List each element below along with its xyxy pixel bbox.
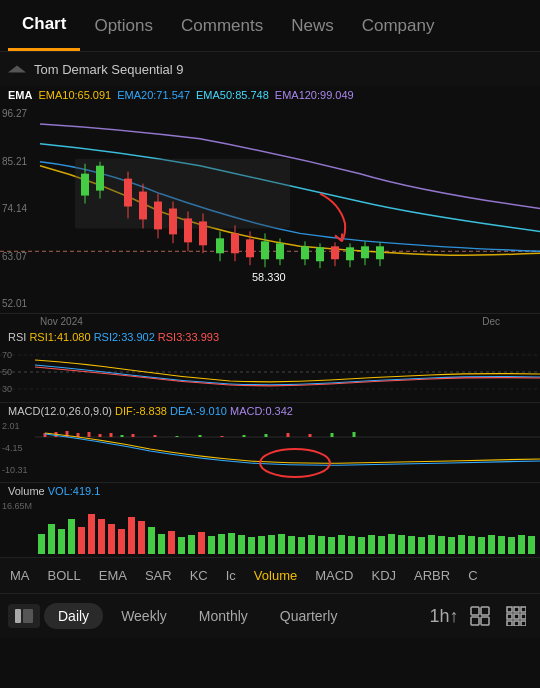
main-chart[interactable]: 96.27 85.21 74.14 63.07 52.01 — [0, 104, 540, 314]
bottom-bar: Daily Weekly Monthly Quarterly 1h↑ — [0, 594, 540, 638]
svg-rect-92 — [208, 536, 215, 554]
x-label-dec: Dec — [482, 316, 500, 327]
ind-ema[interactable]: EMA — [95, 566, 131, 585]
svg-rect-132 — [514, 607, 519, 612]
svg-rect-84 — [128, 517, 135, 554]
svg-rect-112 — [408, 536, 415, 554]
ind-macd[interactable]: MACD — [311, 566, 357, 585]
macd-title: MACD(12.0,26.0,9.0) — [8, 405, 112, 417]
svg-rect-131 — [507, 607, 512, 612]
layout-button[interactable] — [464, 600, 496, 632]
svg-rect-134 — [507, 614, 512, 619]
svg-rect-100 — [288, 536, 295, 554]
svg-rect-23 — [246, 239, 254, 257]
period-daily[interactable]: Daily — [44, 603, 103, 629]
volume-label: Volume VOL:419.1 — [0, 483, 540, 499]
volume-chart[interactable]: Volume VOL:419.1 16.65M — [0, 483, 540, 558]
ind-kc[interactable]: KC — [186, 566, 212, 585]
macd-svg: 2.01 -4.15 -10.31 — [0, 419, 540, 479]
sidebar-icon — [15, 609, 33, 623]
svg-rect-104 — [328, 537, 335, 554]
rsi3-value: RSI3:33.993 — [158, 331, 219, 343]
period-weekly[interactable]: Weekly — [107, 603, 181, 629]
rsi-label: RSI RSI1:41.080 RSI2:33.902 RSI3:33.993 — [0, 329, 540, 345]
indicator-arrow-icon — [8, 60, 26, 78]
rsi-chart[interactable]: RSI RSI1:41.080 RSI2:33.902 RSI3:33.993 … — [0, 329, 540, 403]
indicator-bar[interactable]: Tom Demark Sequential 9 — [0, 52, 540, 86]
svg-text:50: 50 — [2, 367, 12, 377]
nav-chart[interactable]: Chart — [8, 0, 80, 51]
svg-text:30: 30 — [2, 384, 12, 394]
rsi2-value: RSI2:33.902 — [94, 331, 155, 343]
svg-rect-29 — [301, 246, 309, 259]
svg-rect-87 — [158, 534, 165, 554]
nav-comments[interactable]: Comments — [167, 0, 277, 51]
svg-rect-75 — [38, 534, 45, 554]
vol-value: VOL:419.1 — [48, 485, 101, 497]
svg-rect-108 — [368, 535, 375, 554]
svg-rect-117 — [458, 535, 465, 554]
svg-rect-80 — [88, 514, 95, 554]
macd-chart[interactable]: MACD(12.0,26.0,9.0) DIF:-8.838 DEA:-9.01… — [0, 403, 540, 483]
ema20-value: EMA20:71.547 — [117, 89, 190, 101]
ind-arbr[interactable]: ARBR — [410, 566, 454, 585]
period-monthly[interactable]: Monthly — [185, 603, 262, 629]
svg-rect-114 — [428, 535, 435, 554]
svg-rect-21 — [231, 233, 239, 253]
ind-kdj[interactable]: KDJ — [368, 566, 401, 585]
svg-rect-139 — [521, 621, 526, 626]
svg-rect-25 — [261, 241, 269, 259]
rsi1-value: RSI1:41.080 — [29, 331, 90, 343]
svg-rect-101 — [298, 537, 305, 554]
svg-rect-129 — [471, 617, 479, 625]
indicator-name: Tom Demark Sequential 9 — [34, 62, 184, 77]
svg-rect-125 — [15, 609, 21, 623]
nav-options[interactable]: Options — [80, 0, 167, 51]
svg-rect-15 — [184, 218, 192, 242]
grid-button[interactable] — [500, 600, 532, 632]
svg-rect-122 — [508, 537, 515, 554]
svg-rect-126 — [23, 609, 33, 623]
svg-rect-97 — [258, 536, 265, 554]
svg-rect-133 — [521, 607, 526, 612]
svg-rect-96 — [248, 537, 255, 554]
svg-rect-93 — [218, 534, 225, 554]
period-quarterly[interactable]: Quarterly — [266, 603, 352, 629]
svg-rect-89 — [178, 537, 185, 554]
svg-rect-17 — [199, 221, 207, 245]
macd-value: MACD:0.342 — [230, 405, 293, 417]
ema-labels: EMA EMA10:65.091 EMA20:71.547 EMA50:85.7… — [0, 86, 540, 104]
sidebar-toggle-button[interactable] — [8, 604, 40, 628]
ind-sar[interactable]: SAR — [141, 566, 176, 585]
svg-rect-94 — [228, 533, 235, 554]
ind-ic[interactable]: Ic — [222, 566, 240, 585]
svg-rect-138 — [514, 621, 519, 626]
svg-rect-3 — [81, 174, 89, 196]
svg-rect-19 — [216, 238, 224, 253]
layout-icon — [470, 606, 490, 626]
svg-rect-39 — [376, 246, 384, 259]
vol-title: Volume — [8, 485, 45, 497]
nav-company[interactable]: Company — [348, 0, 449, 51]
ind-volume[interactable]: Volume — [250, 566, 301, 585]
svg-rect-99 — [278, 534, 285, 554]
svg-rect-123 — [518, 535, 525, 554]
svg-rect-13 — [169, 209, 177, 235]
svg-rect-115 — [438, 536, 445, 554]
svg-text:70: 70 — [2, 350, 12, 360]
svg-rect-90 — [188, 535, 195, 554]
svg-rect-119 — [478, 537, 485, 554]
svg-rect-82 — [108, 524, 115, 554]
timeframe-button[interactable]: 1h↑ — [428, 600, 460, 632]
svg-rect-98 — [268, 535, 275, 554]
svg-rect-77 — [58, 529, 65, 554]
svg-rect-127 — [471, 607, 479, 615]
ind-ma[interactable]: MA — [6, 566, 34, 585]
ind-boll[interactable]: BOLL — [44, 566, 85, 585]
ema120-value: EMA120:99.049 — [275, 89, 354, 101]
svg-rect-91 — [198, 532, 205, 554]
ind-c[interactable]: C — [464, 566, 481, 585]
svg-rect-135 — [514, 614, 519, 619]
nav-news[interactable]: News — [277, 0, 348, 51]
ema50-value: EMA50:85.748 — [196, 89, 269, 101]
